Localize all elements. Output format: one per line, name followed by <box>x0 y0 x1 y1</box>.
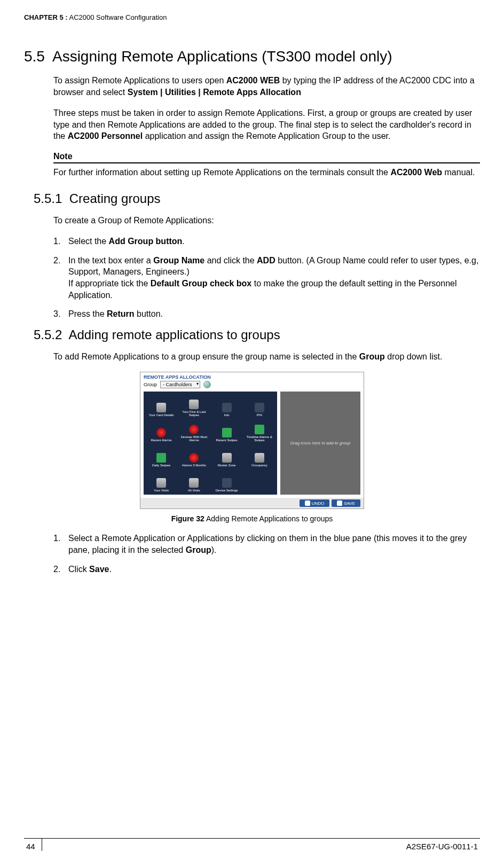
page-footer: 44 A2SE67-UG-0011-1 <box>24 838 480 851</box>
app-tile[interactable]: Info <box>211 394 242 417</box>
group-label: Group <box>144 382 157 387</box>
page-header: CHAPTER 5 : AC2000 Software Configuratio… <box>24 13 480 21</box>
app-tile[interactable]: Recent Swipes <box>211 419 242 442</box>
section-para-1: To assign Remote Applications to users o… <box>53 75 480 98</box>
save-button[interactable]: SAVE <box>332 499 360 507</box>
sub2-intro: To add Remote Applications to a group en… <box>53 351 480 363</box>
app-tile[interactable]: Daily Swipes <box>146 444 177 467</box>
remote-apps-allocation-figure: REMOTE APPS ALLOCATION Group - Cardholde… <box>140 372 364 509</box>
app-tile[interactable]: All Visits <box>178 469 209 492</box>
group-select[interactable]: - Cardholders <box>160 381 200 388</box>
app-tile[interactable]: Device Settings <box>211 469 242 492</box>
app-tile[interactable]: Occupancy <box>244 444 275 467</box>
list-item: 1. Select a Remote Application or Applic… <box>53 533 480 556</box>
app-tile[interactable]: Recent Alarms <box>146 419 177 442</box>
note-label: Note <box>53 152 480 163</box>
app-tile[interactable]: PIN <box>244 394 275 417</box>
app-tile-empty <box>244 469 275 492</box>
figure-title: REMOTE APPS ALLOCATION <box>140 372 364 381</box>
list-item: 2. In the text box enter a Group Name an… <box>53 255 480 301</box>
app-tile[interactable]: Your Card Details <box>146 394 177 417</box>
app-tile[interactable]: Muster Zone <box>211 444 242 467</box>
list-item: 3. Press the Return button. <box>53 308 480 320</box>
app-tile[interactable]: Your First & Last Swipes <box>178 394 209 417</box>
chapter-label: CHAPTER 5 : <box>24 13 68 21</box>
list-item: 1. Select the Add Group button. <box>53 236 480 247</box>
section-para-2: Three steps must be taken in order to as… <box>53 107 480 142</box>
app-tile[interactable]: Alarms 3 Months <box>178 444 209 467</box>
apps-blue-pane: Your Card Details Your First & Last Swip… <box>144 392 277 495</box>
app-tile[interactable]: Devices With Most Alarms <box>178 419 209 442</box>
group-action-icon[interactable] <box>203 381 211 388</box>
app-tile[interactable]: Timeline Alarms & Swipes <box>244 419 275 442</box>
subsection-2-heading: 5.5.2 Adding remote applications to grou… <box>34 327 480 342</box>
section-heading: 5.5 Assigning Remote Applications (TS300… <box>24 48 480 65</box>
document-id: A2SE67-UG-0011-1 <box>406 839 480 851</box>
list-item: 2. Click Save. <box>53 564 480 575</box>
chapter-title: AC2000 Software Configuration <box>69 13 167 21</box>
page-number: 44 <box>24 839 42 851</box>
sub1-list: 1. Select the Add Group button. 2. In th… <box>53 236 480 320</box>
app-tile[interactable]: Your Visits <box>146 469 177 492</box>
sub1-intro: To create a Group of Remote Applications… <box>53 215 480 226</box>
figure-caption: Figure 32 Adding Remote Applications to … <box>24 514 480 523</box>
note-text: For further information about setting up… <box>53 167 480 178</box>
undo-button[interactable]: UNDO <box>300 499 330 507</box>
sub2-list: 1. Select a Remote Application or Applic… <box>53 533 480 575</box>
subsection-1-heading: 5.5.1 Creating groups <box>34 191 480 206</box>
figure-container: REMOTE APPS ALLOCATION Group - Cardholde… <box>24 372 480 509</box>
drop-grey-pane[interactable]: Drag icons here to add to group <box>280 392 360 495</box>
